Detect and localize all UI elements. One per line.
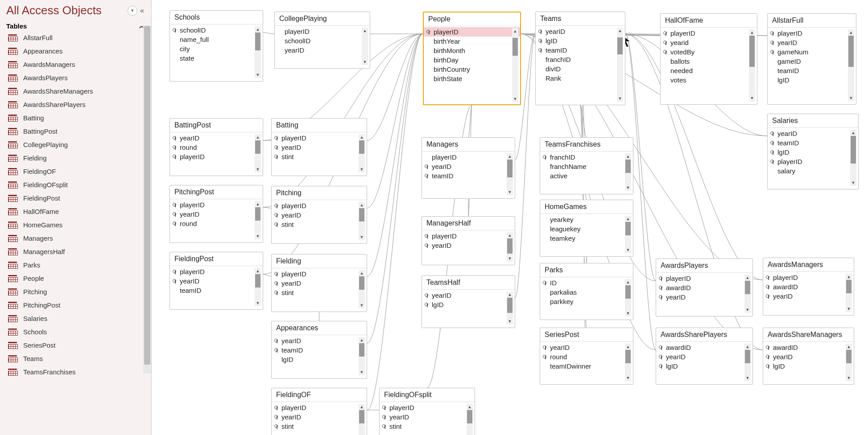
field-playerid[interactable]: playerID (422, 231, 515, 241)
field-round[interactable]: round (540, 352, 633, 361)
table-scrollbar[interactable]: ▲▼ (848, 29, 854, 101)
relationships-canvas[interactable]: SchoolsschoolIDname_fullcitystate▲▼Colle… (152, 0, 868, 435)
field-schoolid[interactable]: schoolID (275, 36, 370, 45)
field-leaguekey[interactable]: leaguekey (540, 224, 633, 234)
nav-item-awardsmanagers[interactable]: AwardsManagers (2, 57, 151, 71)
scroll-down-icon[interactable]: ▼ (255, 300, 261, 306)
scroll-thumb[interactable] (255, 207, 260, 221)
scroll-track[interactable] (744, 350, 751, 375)
nav-item-awardsshareplayers[interactable]: AwardsSharePlayers (2, 98, 151, 111)
scroll-down-icon[interactable]: ▼ (507, 255, 513, 262)
field-stint[interactable]: stint (272, 422, 367, 431)
field-yearid[interactable]: yearid (661, 38, 757, 47)
scroll-up-icon[interactable]: ▲ (625, 216, 631, 222)
table-seriespost[interactable]: SeriesPostyearIDroundteamIDwinner▲▼ (540, 328, 633, 385)
field-round[interactable]: round (170, 143, 263, 152)
sidebar-scroll-thumb[interactable] (144, 26, 150, 365)
table-title[interactable]: AllstarFull (768, 14, 856, 28)
field-franchid[interactable]: franchID (540, 152, 633, 162)
table-fieldingof[interactable]: FieldingOFplayerIDyearIDstint▲▼ (271, 388, 367, 435)
scroll-track[interactable] (362, 34, 368, 59)
field-yearid[interactable]: yearID (170, 276, 263, 286)
table-scrollbar[interactable]: ▲▼ (255, 201, 261, 239)
field-yearid[interactable]: yearID (272, 279, 367, 288)
field-yearid[interactable]: yearID (536, 27, 625, 36)
field-yearid[interactable]: yearID (272, 412, 367, 422)
relationship-line[interactable] (263, 207, 271, 208)
scroll-thumb[interactable] (625, 285, 631, 299)
nav-item-fieldingofsplit[interactable]: FieldingOFsplit (2, 178, 151, 191)
relationship-line[interactable] (263, 33, 274, 34)
field-yearid[interactable]: yearID (768, 38, 856, 47)
table-scrollbar[interactable]: ▲▼ (625, 216, 631, 253)
table-halloffame[interactable]: HallOfFameplayerIDyearidvotedByballotsne… (660, 13, 757, 105)
field-playerid[interactable]: playerID (768, 29, 856, 38)
table-appearances[interactable]: AppearancesyearIDteamIDlgID▲▼ (271, 321, 367, 379)
scroll-up-icon[interactable]: ▲ (359, 134, 365, 140)
relationship-line[interactable] (367, 34, 423, 140)
nav-item-fieldingof[interactable]: FieldingOF (2, 164, 151, 178)
field-parkkey[interactable]: parkkey (540, 297, 633, 306)
field-yearid[interactable]: yearID (170, 209, 263, 219)
nav-item-parks[interactable]: Parks (2, 258, 151, 271)
relationship-line[interactable] (367, 34, 423, 410)
table-scrollbar[interactable]: ▲▼ (362, 28, 368, 65)
field-playerid[interactable]: playerID (170, 200, 263, 209)
table-title[interactable]: AwardsPlayers (656, 259, 752, 273)
field-awardid[interactable]: awardID (656, 283, 752, 292)
scroll-track[interactable] (255, 33, 261, 72)
scroll-down-icon[interactable]: ▼ (625, 310, 631, 316)
scroll-up-icon[interactable]: ▲ (359, 404, 365, 410)
field-yearkey[interactable]: yearkey (540, 215, 633, 224)
scroll-track[interactable] (507, 160, 513, 189)
field-lgid[interactable]: lgID (768, 75, 856, 85)
field-yearid[interactable]: yearID (763, 291, 854, 301)
table-title[interactable]: TeamsHalf (422, 276, 515, 290)
field-lgid[interactable]: lgID (536, 36, 625, 45)
relationship-line[interactable] (580, 105, 587, 137)
scroll-up-icon[interactable]: ▲ (507, 153, 513, 160)
field-stint[interactable]: stint (272, 152, 367, 161)
scroll-thumb[interactable] (359, 276, 364, 290)
field-playerid[interactable]: playerID (272, 133, 367, 143)
scroll-thumb[interactable] (359, 208, 364, 222)
nav-item-managers[interactable]: Managers (2, 231, 151, 245)
nav-item-fielding[interactable]: Fielding (2, 151, 151, 164)
field-birthday[interactable]: birthDay (424, 55, 520, 65)
scroll-up-icon[interactable]: ▲ (846, 274, 852, 280)
relationship-line[interactable] (367, 34, 423, 208)
field-id[interactable]: ID (540, 278, 633, 287)
field-teamidwinner[interactable]: teamIDwinner (540, 361, 633, 371)
scroll-track[interactable] (507, 298, 513, 318)
table-scrollbar[interactable]: ▲▼ (625, 153, 631, 191)
nav-item-schools[interactable]: Schools (2, 325, 151, 338)
scroll-up-icon[interactable]: ▲ (255, 268, 261, 274)
table-scrollbar[interactable]: ▲▼ (359, 270, 365, 308)
scroll-thumb[interactable] (507, 160, 513, 177)
field-yearid[interactable]: yearID (170, 133, 263, 143)
scroll-thumb[interactable] (359, 343, 364, 357)
scroll-track[interactable] (617, 34, 623, 95)
scroll-thumb[interactable] (255, 274, 260, 287)
table-scrollbar[interactable]: ▲▼ (507, 232, 513, 262)
table-teamsfranchises[interactable]: TeamsFranchisesfranchIDfranchNameactive▲… (540, 137, 633, 194)
field-yearid[interactable]: yearID (656, 352, 752, 361)
table-scrollbar[interactable]: ▲▼ (507, 291, 513, 324)
scroll-down-icon[interactable]: ▼ (848, 95, 854, 101)
scroll-up-icon[interactable]: ▲ (255, 201, 261, 207)
scroll-track[interactable] (255, 207, 261, 233)
scroll-down-icon[interactable]: ▼ (749, 95, 755, 101)
table-scrollbar[interactable]: ▲▼ (359, 404, 365, 435)
scroll-track[interactable] (749, 36, 755, 95)
field-birthyear[interactable]: birthYear (424, 37, 520, 46)
table-title[interactable]: PitchingPost (170, 185, 263, 199)
scroll-up-icon[interactable]: ▲ (512, 28, 518, 34)
table-title[interactable]: SeriesPost (540, 328, 633, 342)
table-allstarfull[interactable]: AllstarFullplayerIDyearIDgameNumgameIDte… (767, 13, 856, 105)
field-yearid[interactable]: yearID (656, 292, 752, 302)
field-franchname[interactable]: franchName (540, 162, 633, 171)
table-title[interactable]: FieldingPost (170, 252, 263, 266)
field-gameid[interactable]: gameID (768, 57, 856, 66)
scroll-thumb[interactable] (749, 36, 755, 67)
scroll-thumb[interactable] (745, 281, 750, 294)
